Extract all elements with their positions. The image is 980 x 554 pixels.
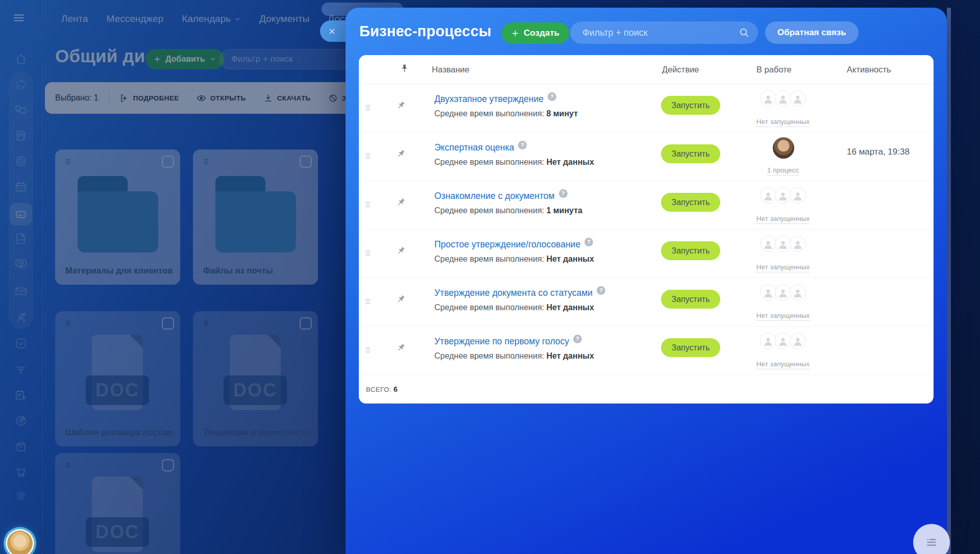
drag-handle-icon[interactable] [364, 199, 374, 210]
run-button[interactable]: Запустить [661, 290, 720, 309]
chat-icon[interactable] [14, 104, 28, 117]
file-tile[interactable]: DOC Тенденции в маркетинге.docx [193, 311, 318, 446]
help-icon[interactable]: ? [584, 238, 593, 246]
calendar-icon[interactable] [14, 180, 28, 193]
run-button[interactable]: Запустить [661, 241, 720, 260]
file-tile[interactable]: DOC Шаблон договора поставки.docx [55, 311, 180, 446]
drag-handle-icon[interactable] [364, 345, 374, 355]
storage-box-icon[interactable] [14, 440, 28, 454]
column-action: Действие [662, 65, 699, 74]
file-tile[interactable]: Материалы для клиентов [55, 149, 180, 285]
in-work-count[interactable]: Нет запущенных [756, 360, 810, 369]
mail-icon[interactable] [14, 285, 28, 298]
process-title-link[interactable]: Двухэтапное утверждение [434, 94, 544, 105]
target-icon[interactable] [14, 414, 28, 427]
run-button[interactable]: Запустить [661, 338, 720, 357]
sidebar-divider [42, 0, 43, 554]
planner-icon[interactable] [14, 389, 28, 402]
people-icon[interactable] [14, 311, 28, 324]
home-icon[interactable] [14, 53, 28, 66]
download-action[interactable]: СКАЧАТЬ [263, 93, 311, 103]
user-avatar[interactable] [773, 137, 794, 159]
tile-menu-icon[interactable] [202, 318, 212, 329]
close-panel-button[interactable] [320, 20, 349, 42]
tasks-check-icon[interactable] [14, 337, 28, 350]
nav-item-documents[interactable]: Документы [259, 13, 309, 24]
column-activity[interactable]: Активность [847, 65, 891, 74]
feed-icon[interactable] [14, 129, 28, 142]
tile-checkbox[interactable] [162, 156, 174, 168]
add-button[interactable]: Добавить [145, 49, 224, 69]
file-icon[interactable] [14, 232, 28, 245]
tile-label: Файлы из почты [203, 266, 311, 275]
process-row: Утверждение документа со статусами ? Сре… [359, 278, 934, 326]
nav-item-messenger[interactable]: Мессенджер [107, 13, 164, 24]
tile-checkbox[interactable] [300, 317, 312, 330]
gear-icon[interactable] [14, 489, 28, 502]
drag-handle-icon[interactable] [364, 248, 374, 258]
file-tile[interactable]: Файлы из почты [193, 149, 318, 285]
hexagon-icon[interactable] [14, 155, 28, 168]
tile-menu-icon[interactable] [64, 460, 75, 470]
in-work-count[interactable]: Нет запущенных [756, 312, 810, 321]
search-icon[interactable] [738, 27, 750, 38]
drag-handle-icon[interactable] [364, 296, 374, 307]
tile-menu-icon[interactable] [64, 157, 75, 167]
main-menu-icon[interactable] [12, 11, 26, 24]
funnel-icon[interactable] [14, 363, 28, 376]
drag-handle-icon[interactable] [364, 103, 374, 113]
process-title-link[interactable]: Экспертная оценка [434, 142, 514, 153]
tile-checkbox[interactable] [162, 317, 174, 330]
create-button[interactable]: Создать [502, 22, 569, 44]
close-icon [328, 27, 336, 36]
feedback-button[interactable]: Обратная связь [765, 21, 859, 44]
process-title-link[interactable]: Утверждение документа со статусами [434, 288, 593, 298]
tile-checkbox[interactable] [300, 156, 312, 168]
person-icon [775, 284, 791, 300]
user-avatar[interactable] [6, 529, 34, 554]
process-search-field[interactable] [570, 21, 758, 44]
help-icon[interactable]: ? [559, 189, 568, 198]
column-name[interactable]: Название [432, 65, 470, 74]
process-title-link[interactable]: Ознакомление с документом [434, 191, 555, 202]
table-footer: ВСЕГО:6 [359, 375, 934, 403]
drag-handle-icon[interactable] [364, 151, 374, 161]
run-button[interactable]: Запустить [661, 144, 720, 163]
in-work-count[interactable]: Нет запущенных [756, 118, 810, 127]
open-action[interactable]: ОТКРЫТЬ [197, 93, 246, 103]
process-title-link[interactable]: Утверждение по первому голосу [434, 336, 569, 347]
running-user-avatars [760, 139, 807, 157]
network-icon[interactable] [14, 78, 28, 91]
in-work-count[interactable]: Нет запущенных [756, 263, 810, 272]
pin-icon[interactable] [393, 340, 408, 356]
run-button[interactable]: Запустить [661, 193, 720, 212]
help-icon[interactable]: ? [548, 92, 556, 101]
board-icon[interactable] [14, 257, 28, 270]
help-icon[interactable]: ? [573, 335, 582, 343]
pin-column-icon[interactable] [399, 63, 410, 74]
help-icon[interactable]: ? [597, 286, 605, 295]
in-work-count[interactable]: 1 процесс [767, 166, 799, 175]
tile-menu-icon[interactable] [64, 318, 75, 329]
nav-item-calendar[interactable]: Календарь [182, 13, 241, 24]
cart-icon[interactable] [14, 465, 28, 479]
run-button[interactable]: Запустить [661, 96, 720, 115]
processes-table: Название Действие В работе Активность Дв… [359, 55, 934, 404]
doc-badge: DOC [86, 517, 149, 547]
tile-checkbox[interactable] [162, 459, 174, 471]
nav-item-feed[interactable]: Лента [61, 13, 88, 24]
process-title-link[interactable]: Простое утверждение/голосование [434, 239, 580, 250]
in-work-count[interactable]: Нет запущенных [756, 215, 810, 224]
drive-icon[interactable] [14, 208, 28, 221]
process-search-input[interactable] [570, 21, 795, 44]
help-icon[interactable]: ? [518, 141, 527, 149]
pin-icon[interactable] [393, 97, 408, 113]
pin-icon[interactable] [393, 291, 408, 307]
tile-menu-icon[interactable] [202, 157, 212, 167]
file-tile[interactable]: DOC [55, 453, 180, 554]
pin-icon[interactable] [393, 146, 408, 162]
details-action[interactable]: ПОДРОБНЕЕ [119, 93, 179, 103]
person-icon [790, 90, 806, 107]
pin-icon[interactable] [393, 194, 408, 210]
pin-icon[interactable] [393, 243, 408, 259]
